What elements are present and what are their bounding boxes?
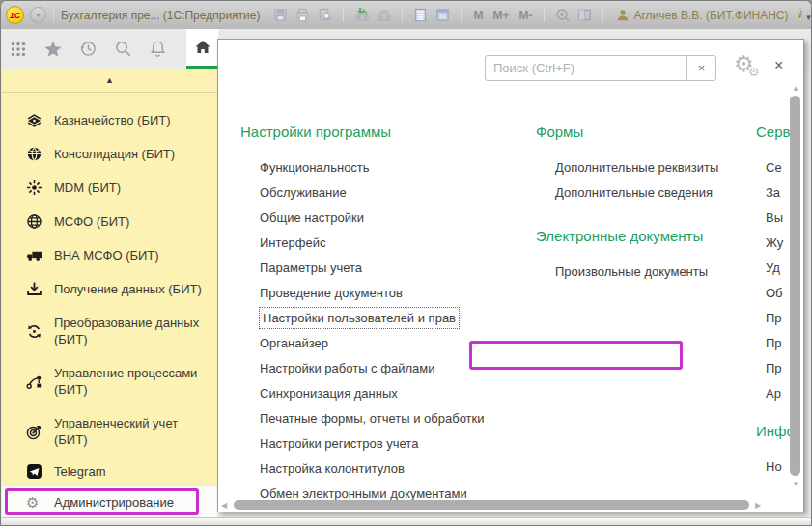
sidebar-scroll-up[interactable]: ▲ xyxy=(2,69,217,93)
sidebar-item-upravlencheskiy-uchet[interactable]: Управленческий учет (БИТ) xyxy=(2,406,217,457)
menu-item-dopolnitelnye-rekvizity[interactable]: Дополнительные реквизиты xyxy=(536,155,718,180)
app-window: 1С ▾ Бухгалтерия пре... (1С:Предприятие)… xyxy=(0,0,812,526)
save-icon[interactable] xyxy=(272,7,289,23)
sidebar-item-mdm[interactable]: MDM (БИТ) xyxy=(2,171,217,205)
panel-close-button[interactable]: × xyxy=(774,57,783,74)
menu-item-dopolnitelnye-svedeniya[interactable]: Дополнительные сведения xyxy=(536,180,718,206)
scroll-right-icon[interactable]: ▶ xyxy=(755,501,761,510)
menu-item-clipped[interactable]: Но xyxy=(756,455,793,480)
menu-item-nastroyki-polzovateley-i-prav[interactable]: Настройки пользователей и прав xyxy=(240,306,485,331)
receive-attachment-icon[interactable] xyxy=(376,7,392,23)
menu-item-interfeys[interactable]: Интерфейс xyxy=(240,231,485,256)
menu-item-clipped[interactable]: Пр xyxy=(756,331,793,356)
print-icon[interactable] xyxy=(294,7,311,23)
apps-grid-icon xyxy=(10,41,27,58)
sidebar-item-kaznacheystvo[interactable]: Казначейство (БИТ) xyxy=(2,103,217,137)
search-input[interactable] xyxy=(486,56,686,80)
menu-item-clipped[interactable]: Уд xyxy=(756,256,793,281)
sidebar-item-poluchenie-dannykh[interactable]: Получение данных (БИТ) xyxy=(2,272,217,306)
info-glyph: i xyxy=(799,10,802,20)
menu-item-nastroyka-kolontitulov[interactable]: Настройка колонтитулов xyxy=(240,457,485,482)
column-header: Электронные документы xyxy=(536,227,718,252)
notifications-button[interactable] xyxy=(140,29,175,69)
truck-icon xyxy=(26,247,42,263)
sidebar-item-preobrazovanie-dannykh[interactable]: Преобразование данных (БИТ) xyxy=(2,306,217,356)
menu-item-funktsionalnost[interactable]: Функциональность xyxy=(240,155,485,180)
clear-icon: × xyxy=(698,61,706,75)
memory-m-plus-button[interactable]: M+ xyxy=(492,9,509,22)
history-button[interactable] xyxy=(70,29,105,69)
gear-small-icon: ⚙ xyxy=(748,66,760,78)
tab-home[interactable] xyxy=(186,29,218,69)
sidebar-item-konsolidatsiya[interactable]: Консолидация (БИТ) xyxy=(2,137,217,171)
info-icon[interactable]: i xyxy=(798,8,803,23)
column-header: Формы xyxy=(536,123,718,148)
column-header: Настройки программы xyxy=(240,123,485,148)
sidebar-item-label: ВНА МСФО (БИТ) xyxy=(54,247,207,263)
sidebar-item-telegram[interactable]: Telegram xyxy=(2,457,217,485)
search-field[interactable]: × xyxy=(485,55,716,81)
scroll-left-icon[interactable]: ◀ xyxy=(221,501,227,510)
horizontal-scrollbar-thumb[interactable] xyxy=(234,500,749,510)
menu-item-obsluzhivanie[interactable]: Обслуживание xyxy=(240,180,485,206)
1c-logo-icon: 1С xyxy=(6,6,24,24)
separator xyxy=(544,8,545,22)
search-clear-button[interactable]: × xyxy=(686,56,715,80)
focused-item-label: Настройки пользователей и прав xyxy=(260,308,459,328)
calculator-icon[interactable] xyxy=(412,7,429,23)
favorites-button[interactable] xyxy=(36,29,70,69)
menu-item-proizvolnye-dokumenty[interactable]: Произвольные документы xyxy=(536,260,718,285)
function-menu-panel: × ⚙ ⚙ × Настройки программы Функциональн… xyxy=(217,39,804,512)
split-window-icon[interactable] xyxy=(576,7,593,23)
download-icon xyxy=(26,281,42,297)
target-icon xyxy=(26,424,42,440)
main-menu-dropdown-button[interactable]: ▾ xyxy=(30,7,46,23)
menu-item-clipped[interactable]: Пр xyxy=(756,356,793,381)
vertical-scrollbar-thumb[interactable] xyxy=(790,96,800,476)
close-icon: × xyxy=(774,57,783,73)
menu-item-provedenie-dokumentov[interactable]: Проведение документов xyxy=(240,281,485,306)
menu-item-clipped[interactable]: Ар xyxy=(756,381,793,406)
column-forms: Формы Дополнительные реквизиты Дополните… xyxy=(536,123,718,285)
print-preview-icon[interactable] xyxy=(317,7,333,23)
separator xyxy=(53,8,54,22)
menu-item-organayzer[interactable]: Органайзер xyxy=(240,331,485,356)
scroll-down-icon[interactable]: ▼ xyxy=(792,480,799,488)
memory-m-button[interactable]: M xyxy=(473,9,483,22)
caret-down-icon[interactable]: ▾ xyxy=(806,13,811,22)
send-attachment-icon[interactable] xyxy=(353,7,370,23)
memory-m-minus-button[interactable]: M- xyxy=(518,9,532,22)
sidebar-item-label: Управленческий учет (БИТ) xyxy=(54,415,207,448)
menu-item-clipped[interactable]: Об xyxy=(756,281,793,306)
menu-item-clipped[interactable]: Пр xyxy=(756,306,793,331)
scroll-up-icon: ▲ xyxy=(105,75,114,85)
separator xyxy=(602,8,603,22)
calendar-icon[interactable]: 31 xyxy=(434,7,451,23)
sidebar-item-vna-msfo[interactable]: ВНА МСФО (БИТ) xyxy=(2,238,217,272)
title-bar: 1С ▾ Бухгалтерия пре... (1С:Предприятие)… xyxy=(1,1,811,29)
sidebar-item-upravlenie-protsessami[interactable]: Управление процессами (БИТ) xyxy=(2,356,217,406)
caret-down-icon: ▾ xyxy=(36,11,40,19)
menu-item-nastroyki-registrov-ucheta[interactable]: Настройки регистров учета xyxy=(240,431,485,457)
column-header: Серв xyxy=(756,123,793,148)
panel-settings-button[interactable]: ⚙ ⚙ xyxy=(734,53,767,82)
apps-grid-button[interactable] xyxy=(1,29,36,69)
current-user[interactable]: Агличев В.В. (БИТ.ФИНАНС) xyxy=(616,9,788,22)
menu-item-clipped[interactable]: Се xyxy=(756,155,793,180)
menu-item-clipped[interactable]: За xyxy=(756,180,793,206)
menu-item-pechatnye-formy[interactable]: Печатные формы, отчеты и обработки xyxy=(240,406,485,431)
money-stack-icon xyxy=(26,112,42,128)
menu-item-sinkhronizatsiya-dannykh[interactable]: Синхронизация данных xyxy=(240,381,485,406)
status-bar xyxy=(2,517,812,526)
menu-item-nastroyki-raboty-s-faylami[interactable]: Настройки работы с файлами xyxy=(240,356,485,381)
scroll-up-icon[interactable]: ▲ xyxy=(792,84,799,93)
home-icon xyxy=(194,39,211,56)
sidebar-item-msfo[interactable]: МСФО (БИТ) xyxy=(2,205,217,238)
zoom-icon[interactable] xyxy=(554,7,571,23)
menu-item-obshchie-nastroyki[interactable]: Общие настройки xyxy=(240,206,485,231)
menu-item-clipped[interactable]: Вы xyxy=(756,206,793,231)
menu-item-clipped[interactable]: Жу xyxy=(756,231,793,256)
globe-icon xyxy=(26,213,42,230)
global-search-button[interactable] xyxy=(105,29,140,69)
menu-item-parametry-ucheta[interactable]: Параметры учета xyxy=(240,256,485,281)
